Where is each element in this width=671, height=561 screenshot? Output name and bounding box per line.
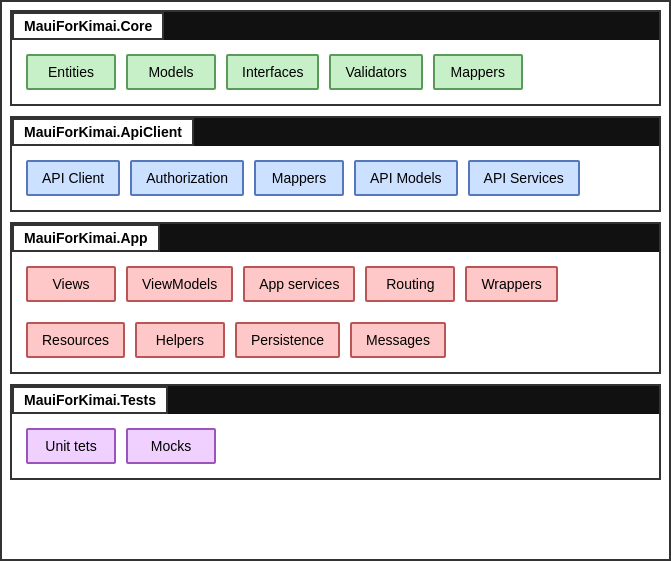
badge-entities: Entities: [26, 54, 116, 90]
module-app: MauiForKimai.App Views ViewModels App se…: [10, 222, 661, 374]
badge-authorization: Authorization: [130, 160, 244, 196]
badge-wrappers: Wrappers: [465, 266, 557, 302]
module-app-inner: Views ViewModels App services Routing Wr…: [12, 252, 659, 372]
badge-app-services: App services: [243, 266, 355, 302]
badge-helpers: Helpers: [135, 322, 225, 358]
badge-api-models: API Models: [354, 160, 458, 196]
module-core: MauiForKimai.Core Entities Models Interf…: [10, 10, 661, 106]
badge-routing: Routing: [365, 266, 455, 302]
badge-resources: Resources: [26, 322, 125, 358]
module-tests-label: MauiForKimai.Tests: [12, 386, 168, 414]
badge-api-client: API Client: [26, 160, 120, 196]
badge-validators: Validators: [329, 54, 422, 90]
page-wrapper: MauiForKimai.Core Entities Models Interf…: [2, 2, 669, 488]
module-apiclient-label: MauiForKimai.ApiClient: [12, 118, 194, 146]
badge-persistence: Persistence: [235, 322, 340, 358]
badge-mappers-api: Mappers: [254, 160, 344, 196]
module-apiclient: MauiForKimai.ApiClient API Client Author…: [10, 116, 661, 212]
badge-messages: Messages: [350, 322, 446, 358]
badge-api-services: API Services: [468, 160, 580, 196]
module-core-label: MauiForKimai.Core: [12, 12, 164, 40]
badge-interfaces: Interfaces: [226, 54, 319, 90]
module-app-label: MauiForKimai.App: [12, 224, 160, 252]
module-core-inner: Entities Models Interfaces Validators Ma…: [12, 40, 659, 104]
badge-views: Views: [26, 266, 116, 302]
badge-models: Models: [126, 54, 216, 90]
badge-mappers-core: Mappers: [433, 54, 523, 90]
badge-viewmodels: ViewModels: [126, 266, 233, 302]
module-apiclient-inner: API Client Authorization Mappers API Mod…: [12, 146, 659, 210]
module-tests-inner: Unit tets Mocks: [12, 414, 659, 478]
module-tests: MauiForKimai.Tests Unit tets Mocks: [10, 384, 661, 480]
badge-mocks: Mocks: [126, 428, 216, 464]
badge-unit-tests: Unit tets: [26, 428, 116, 464]
